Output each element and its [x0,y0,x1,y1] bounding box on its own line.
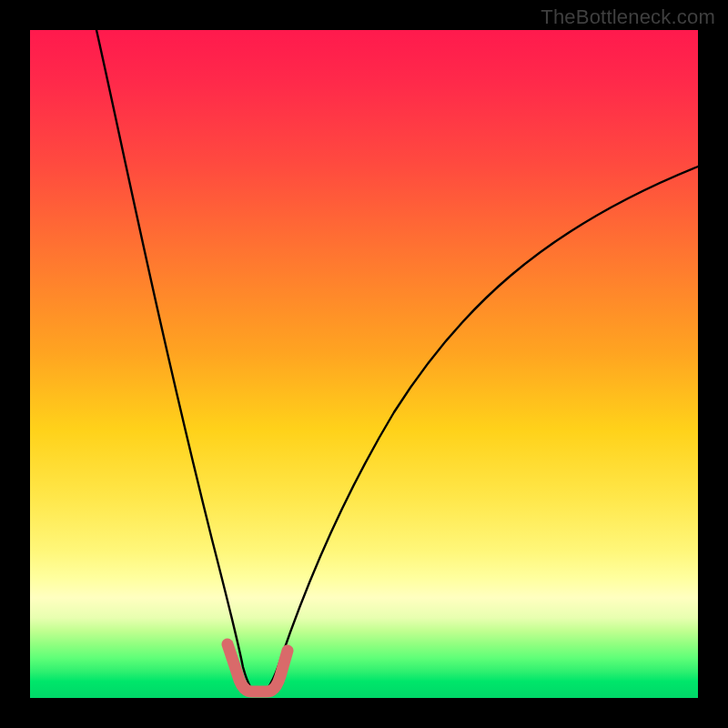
plot-area [30,30,698,698]
curve-layer [30,30,698,698]
chart-frame: TheBottleneck.com [0,0,728,728]
optimal-marker [228,644,288,692]
watermark-text: TheBottleneck.com [541,5,715,29]
bottleneck-curve [96,30,698,694]
